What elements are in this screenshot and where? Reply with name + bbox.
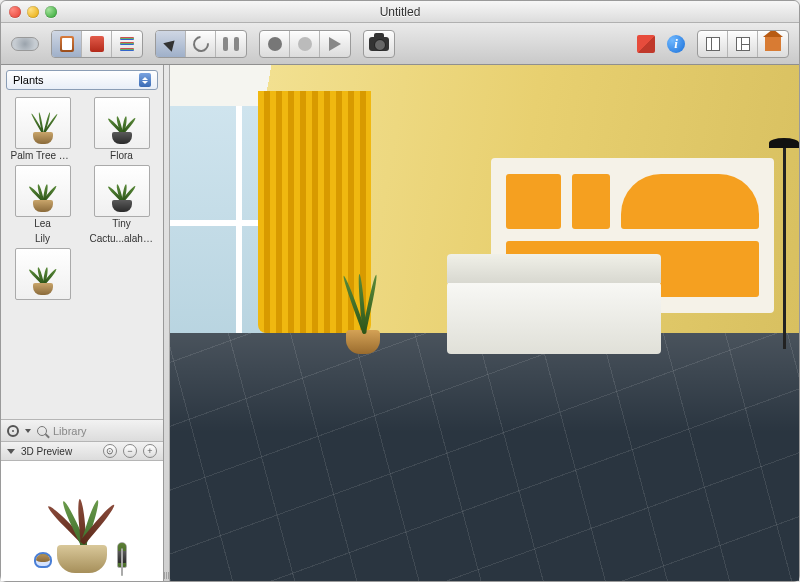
library-view-segment	[51, 30, 143, 58]
sidebar: Plants Palm Tree HighFloraLeaTinyLilyCac…	[1, 65, 164, 581]
book-icon	[60, 36, 74, 52]
zoom-out-button[interactable]: −	[123, 444, 137, 458]
red-box-icon	[90, 36, 104, 52]
search-input[interactable]: Library	[53, 425, 157, 437]
library-panel[interactable]: Palm Tree HighFloraLeaTinyLilyCactu...al…	[1, 95, 163, 419]
play-icon	[329, 37, 341, 51]
snapshot-segment	[363, 30, 395, 58]
library-thumbnail	[15, 97, 71, 149]
library-item[interactable]: Lily	[5, 233, 80, 244]
titlebar[interactable]: Untitled	[1, 1, 799, 23]
rotate-icon	[189, 32, 212, 55]
tool-segment	[155, 30, 247, 58]
toolbar: i	[1, 23, 799, 65]
slider-icon	[223, 37, 239, 51]
window-title: Untitled	[1, 5, 799, 19]
library-item[interactable]: Palm Tree High	[5, 97, 80, 161]
category-dropdown[interactable]: Plants	[6, 70, 158, 90]
library-item[interactable]	[84, 248, 159, 301]
library-item-label: Lily	[35, 233, 50, 244]
library-footer: Library	[1, 419, 163, 441]
library-item[interactable]: Tiny	[84, 165, 159, 229]
library-item[interactable]: Cactu...alahari	[84, 233, 159, 244]
library-thumbnail	[15, 165, 71, 217]
library-item[interactable]: Flora	[84, 97, 159, 161]
scene-lamp	[783, 142, 786, 348]
home-icon	[765, 37, 781, 51]
dropdown-stepper-icon	[139, 73, 151, 87]
disclosure-triangle-icon[interactable]	[7, 449, 15, 454]
cursor-icon	[163, 36, 179, 52]
play-button[interactable]	[320, 31, 350, 57]
main-body: Plants Palm Tree HighFloraLeaTinyLilyCac…	[1, 65, 799, 581]
slide-tool-button[interactable]	[216, 31, 246, 57]
stop-icon	[298, 37, 312, 51]
preview-object	[37, 483, 127, 573]
library-item-label: Palm Tree High	[11, 150, 75, 161]
library-item-label: Cactu...alahari	[90, 233, 154, 244]
library-catalog-button[interactable]	[52, 31, 82, 57]
category-label: Plants	[13, 74, 44, 86]
library-item-label: Flora	[110, 150, 133, 161]
layout-segment	[697, 30, 789, 58]
layout-2col-icon	[706, 37, 720, 51]
record-segment	[259, 30, 351, 58]
library-item-label: Tiny	[112, 218, 131, 229]
search-icon	[37, 426, 47, 436]
preview-title: 3D Preview	[21, 446, 97, 457]
library-thumbnail	[94, 165, 150, 217]
library-list-button[interactable]	[112, 31, 142, 57]
library-item[interactable]	[5, 248, 80, 301]
select-tool-button[interactable]	[156, 31, 186, 57]
viewport-3d[interactable]	[170, 65, 799, 581]
record-icon	[268, 37, 282, 51]
library-thumbnail	[94, 97, 150, 149]
info-icon[interactable]: i	[667, 35, 685, 53]
app-window: Untitled i	[0, 0, 800, 582]
scene-sofa	[447, 282, 661, 354]
scene-plant	[346, 330, 380, 354]
package-icon[interactable]	[637, 35, 655, 53]
gear-icon[interactable]	[7, 425, 19, 437]
layout-3pane-icon	[736, 37, 750, 51]
rotate-tool-button[interactable]	[186, 31, 216, 57]
scene-curtain	[258, 91, 371, 334]
layout-split-button[interactable]	[698, 31, 728, 57]
scene-floor	[170, 333, 799, 581]
gear-menu-chevron-icon[interactable]	[25, 429, 31, 433]
camera-icon	[369, 37, 389, 51]
record-button[interactable]	[260, 31, 290, 57]
library-item[interactable]: Lea	[5, 165, 80, 229]
library-thumbnail	[15, 248, 71, 300]
zoom-in-button[interactable]: +	[143, 444, 157, 458]
snapshot-button[interactable]	[364, 31, 394, 57]
layout-3pane-button[interactable]	[728, 31, 758, 57]
library-item-label: Lea	[34, 218, 51, 229]
list-icon	[120, 37, 134, 51]
zoom-fit-button[interactable]: ⊙	[103, 444, 117, 458]
preview-header: 3D Preview ⊙ − +	[1, 441, 163, 461]
stop-button[interactable]	[290, 31, 320, 57]
toolbar-pill-icon[interactable]	[11, 37, 39, 51]
preview-3d[interactable]	[1, 461, 163, 581]
library-red-button[interactable]	[82, 31, 112, 57]
home-button[interactable]	[758, 31, 788, 57]
